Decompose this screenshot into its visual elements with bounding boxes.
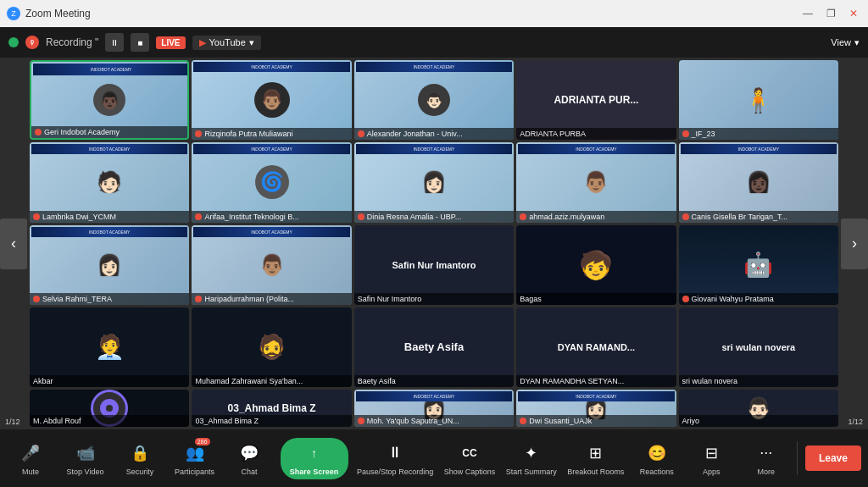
video-grid: 👨🏿 INDOBOT ACADEMY Geri Indobot Academy … xyxy=(0,58,868,429)
participants-label: Participants xyxy=(175,468,214,476)
youtube-label: YouTube xyxy=(209,37,246,47)
prev-page-button[interactable]: ‹ xyxy=(0,219,27,269)
toolbar-divider xyxy=(797,441,798,475)
recording-label: Recording " xyxy=(46,36,98,48)
stop-video-button[interactable]: 📹 Stop Video xyxy=(62,438,109,479)
participant-name: Rizqinofa Putra Muliawani xyxy=(192,128,351,140)
chat-button[interactable]: 💬 Chat xyxy=(225,438,273,479)
breakout-icon: ⊞ xyxy=(584,441,608,465)
participant-cell: 👩🏻 INDOBOT ACADEMY Dinia Resna Amalia - … xyxy=(354,142,514,222)
chat-icon: 💬 xyxy=(237,441,261,465)
mute-label: Mute xyxy=(22,468,39,476)
mic-status-icon xyxy=(358,418,364,424)
participants-icon: 👥 286 xyxy=(183,441,207,465)
participant-name: Giovani Wahyu Pratama xyxy=(679,293,838,305)
participant-cell: 👨🏻 INDOBOT ACADEMY Alexander Jonathan - … xyxy=(354,60,514,140)
participant-cell: Baety Asifa Baety Asifa xyxy=(354,307,514,387)
mic-status-icon xyxy=(35,129,42,136)
participant-cell: 🧔 Muhamad Zahrawani Sya'ban... xyxy=(192,307,351,387)
participant-name: Akbar xyxy=(30,375,189,387)
participants-button[interactable]: 👥 286 Participants xyxy=(171,438,219,479)
apps-label: Apps xyxy=(703,468,721,476)
stop-button[interactable]: ■ xyxy=(131,33,149,52)
breakout-rooms-button[interactable]: ⊞ Breakout Rooms xyxy=(565,438,626,479)
leave-button[interactable]: Leave xyxy=(805,445,861,471)
participant-name: Lambrika Dwi_YCMM xyxy=(30,211,189,223)
stop-video-label: Stop Video xyxy=(67,468,104,476)
mic-status-icon xyxy=(195,213,202,220)
window-controls[interactable]: — ❐ ✕ xyxy=(799,6,861,21)
participant-name: sri wulan novera xyxy=(679,375,838,387)
bottom-toolbar: 🎤 Mute 📹 Stop Video 🔒 Security 👥 286 Par… xyxy=(0,429,868,487)
breakout-label: Breakout Rooms xyxy=(567,468,624,476)
participant-name: DYAN RAMANDHA SETYAN... xyxy=(516,375,676,387)
apps-icon: ⊟ xyxy=(699,441,723,465)
participant-cell: 03_Ahmad Bima Z 03_Ahmad Bima Z xyxy=(192,390,351,427)
main-content: ‹ 1/12 👨🏿 INDOBOT ACADEMY Geri Indobot A… xyxy=(0,58,868,429)
summary-icon: ✦ xyxy=(520,441,543,465)
apps-button[interactable]: ⊟ Apps xyxy=(687,438,735,479)
participant-cell: DYAN RAMAND... DYAN RAMANDHA SETYAN... xyxy=(516,307,676,387)
participant-name: 03_Ahmad Bima Z xyxy=(192,415,351,427)
minimize-button[interactable]: — xyxy=(799,6,816,21)
participant-cell: 🌀 INDOBOT ACADEMY Arifaa_Institut Teknol… xyxy=(192,142,351,222)
participants-count: 286 xyxy=(195,438,210,445)
participant-cell: sri wulan novera sri wulan novera xyxy=(679,307,838,387)
participant-cell: 🧑🏻 INDOBOT ACADEMY Lambrika Dwi_YCMM xyxy=(30,142,189,222)
participant-cell: 🤖 Giovani Wahyu Pratama xyxy=(679,225,838,305)
participant-cell: 👩🏻 INDOBOT ACADEMY Selvia Rahmi_TERA xyxy=(30,225,189,305)
participant-name: Geri Indobot Academy xyxy=(31,126,187,138)
mute-button[interactable]: 🎤 Mute xyxy=(7,438,54,479)
reactions-button[interactable]: 😊 Reactions xyxy=(633,438,681,479)
mic-status-icon xyxy=(195,130,202,137)
reactions-label: Reactions xyxy=(640,468,674,476)
security-icon: 🔒 xyxy=(128,441,152,465)
right-page-indicator: 1/12 xyxy=(848,418,863,426)
chat-label: Chat xyxy=(242,468,258,476)
participant-cell: 👨🏿 INDOBOT ACADEMY Geri Indobot Academy xyxy=(30,60,189,140)
participant-cell: 🧍 _IF_23 xyxy=(679,60,838,140)
mic-status-icon xyxy=(195,296,202,302)
mic-status-icon xyxy=(33,296,40,302)
close-button[interactable]: ✕ xyxy=(846,6,861,21)
youtube-button[interactable]: ▶ YouTube ▾ xyxy=(192,36,261,50)
participant-name: _IF_23 xyxy=(679,128,838,140)
participant-name: Dinia Resna Amalia - UBP... xyxy=(354,211,514,223)
share-screen-label: Share Screen xyxy=(290,468,339,476)
mic-status-icon xyxy=(358,213,364,220)
participant-name: Baety Asifa xyxy=(354,375,514,387)
maximize-button[interactable]: ❐ xyxy=(823,6,839,21)
next-page-button[interactable]: › xyxy=(841,219,868,269)
participant-name: Selvia Rahmi_TERA xyxy=(30,293,189,305)
participant-cell: M. Abdul Rouf xyxy=(30,390,189,427)
view-label: View xyxy=(831,37,851,47)
window-title: Zoom Meeting xyxy=(25,8,91,19)
participant-cell: 👨🏻 Ariyo xyxy=(679,390,838,427)
participant-name: M. Abdul Rouf xyxy=(30,415,189,427)
more-label: More xyxy=(758,468,776,476)
security-label: Security xyxy=(126,468,154,476)
participant-cell: Safin Nur Imantoro Safin Nur Imantoro xyxy=(354,225,514,305)
view-button[interactable]: View ▾ xyxy=(831,37,860,48)
summary-button[interactable]: ✦ Start Summary xyxy=(504,438,559,479)
view-dropdown-icon: ▾ xyxy=(854,37,860,48)
participant-cell: 🧑‍💼 Akbar xyxy=(30,307,189,387)
participant-name: Canis Gisella Br Tarigan_T... xyxy=(679,211,838,223)
app-icon: Z xyxy=(7,7,20,20)
youtube-dropdown-icon: ▾ xyxy=(249,37,254,48)
participant-name: Safin Nur Imantoro xyxy=(354,293,514,305)
mic-status-icon xyxy=(520,418,526,424)
left-page-indicator: 1/12 xyxy=(5,418,20,426)
share-screen-button[interactable]: ↑ Share Screen xyxy=(281,438,348,479)
pause-recording-button[interactable]: ⏸ Pause/Stop Recording xyxy=(355,438,435,479)
captions-label: Show Captions xyxy=(444,468,496,476)
participant-name: Bagas xyxy=(516,293,676,305)
more-button[interactable]: ··· More xyxy=(743,438,790,479)
security-button[interactable]: 🔒 Security xyxy=(116,438,164,479)
captions-button[interactable]: CC Show Captions xyxy=(442,438,498,479)
status-dot xyxy=(8,37,19,47)
pause-button[interactable]: ⏸ xyxy=(105,33,124,52)
mic-status-icon xyxy=(358,130,364,137)
participant-cell: ADRIANTA PUR... ADRIANTA PURBA xyxy=(516,60,676,140)
reactions-icon: 😊 xyxy=(645,441,669,465)
